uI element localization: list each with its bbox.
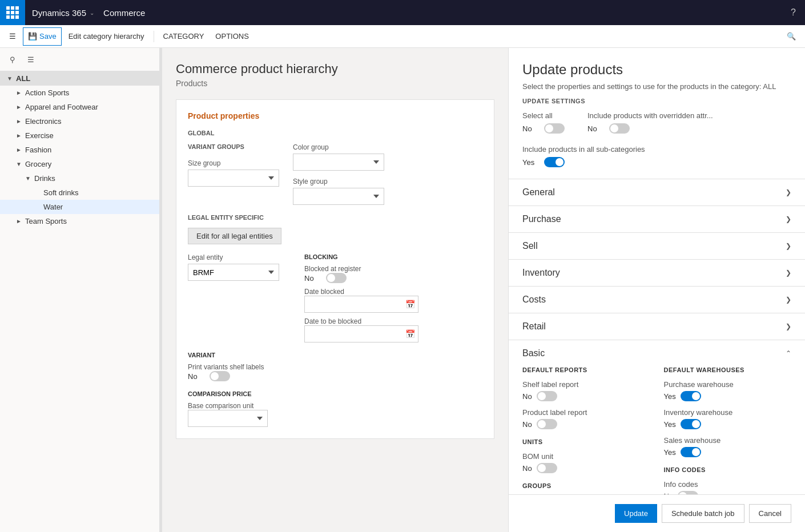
include-subcategories-field: Include products in all sub-categories Y…: [522, 145, 791, 172]
help-button[interactable]: ?: [791, 7, 805, 18]
edit-category-hierarchy-button[interactable]: Edit category hierarchy: [64, 27, 149, 46]
sidebar-item-soft-drinks[interactable]: Soft drinks: [0, 186, 159, 200]
category-label: CATEGORY: [163, 32, 204, 41]
accordion-sell-header[interactable]: Sell ❯: [509, 233, 805, 259]
info-codes-toggle[interactable]: [678, 491, 698, 494]
style-group-select[interactable]: [293, 188, 384, 205]
product-label-report-toggle[interactable]: [537, 419, 557, 429]
dynamics-chevron-icon: ⌄: [90, 10, 94, 16]
schedule-batch-job-button[interactable]: Schedule batch job: [662, 504, 744, 523]
sidebar-item-apparel[interactable]: ► Apparel and Footwear: [0, 100, 159, 114]
hamburger-icon: ☰: [9, 32, 16, 41]
accordion-basic-header[interactable]: Basic ⌃: [509, 340, 805, 366]
accordion-inventory-header[interactable]: Inventory ❯: [509, 260, 805, 286]
expand-icon-btn[interactable]: ☰: [23, 51, 39, 67]
color-group-select[interactable]: [293, 154, 384, 171]
sales-warehouse-track: [681, 447, 701, 457]
bom-unit-toggle[interactable]: [537, 463, 557, 473]
sidebar-water-label: Water: [43, 203, 63, 211]
accordion-inventory-chevron-icon: ❯: [786, 269, 791, 277]
default-reports-label: DEFAULT REPORTS: [522, 366, 650, 373]
size-group-select[interactable]: [188, 170, 279, 187]
filter-icon-btn[interactable]: ⚲: [5, 51, 21, 67]
inventory-warehouse-value: Yes: [664, 420, 676, 429]
groups-label: GROUPS: [522, 482, 650, 489]
info-codes-thumb: [679, 492, 687, 494]
accordion-general-chevron-icon: ❯: [786, 188, 791, 196]
sales-warehouse-toggle[interactable]: [681, 447, 701, 457]
accordion-general-header[interactable]: General ❯: [509, 179, 805, 205]
blocked-at-register-toggle[interactable]: [326, 273, 347, 283]
color-group-label: Color group: [293, 143, 384, 151]
print-variants-label: Print variants shelf labels: [188, 363, 482, 371]
date-blocked-input[interactable]: [304, 296, 418, 313]
accordion-general: General ❯: [509, 179, 805, 206]
save-button[interactable]: 💾 Save: [23, 27, 62, 46]
sidebar-item-action-sports[interactable]: ► Action Sports: [0, 86, 159, 100]
inventory-warehouse-row: Yes: [664, 419, 792, 429]
product-label-track: [537, 419, 557, 429]
inventory-warehouse-field: Inventory warehouse Yes: [664, 408, 792, 429]
hamburger-button[interactable]: ☰: [5, 27, 21, 46]
sidebar-item-water[interactable]: Water: [0, 200, 159, 214]
accordion-sell-label: Sell: [522, 241, 538, 251]
accordion-costs-header[interactable]: Costs ❯: [509, 287, 805, 313]
save-icon: 💾: [28, 32, 37, 41]
base-comparison-label: Base comparison unit: [188, 402, 482, 410]
sidebar-item-exercise[interactable]: ► Exercise: [0, 128, 159, 143]
options-button[interactable]: OPTIONS: [211, 27, 253, 46]
include-overridden-toggle[interactable]: [609, 123, 630, 134]
edit-legal-entities-button[interactable]: Edit for all legal entities: [188, 228, 281, 244]
sidebar-item-electronics[interactable]: ► Electronics: [0, 114, 159, 128]
inventory-warehouse-toggle[interactable]: [681, 419, 701, 429]
sidebar-item-team-sports[interactable]: ► Team Sports: [0, 214, 159, 228]
shelf-label-report-value: No: [522, 392, 532, 401]
bom-unit-track: [537, 463, 557, 473]
print-variants-row: No: [188, 371, 482, 381]
select-all-track: [544, 123, 565, 134]
app-grid-button[interactable]: [0, 0, 25, 25]
shelf-label-track: [537, 391, 557, 401]
date-blocked-label: Date blocked: [304, 288, 418, 296]
color-group-field: Color group Style group: [293, 143, 384, 205]
accordion-purchase-header[interactable]: Purchase ❯: [509, 206, 805, 232]
category-button[interactable]: CATEGORY: [159, 27, 209, 46]
shelf-label-report-toggle[interactable]: [537, 391, 557, 401]
sidebar-item-drinks[interactable]: ▼ Drinks: [0, 171, 159, 186]
sidebar-item-grocery[interactable]: ▼ Grocery: [0, 157, 159, 171]
include-subcategories-toggle[interactable]: [544, 157, 565, 167]
include-overridden-label: Include products with overridden attr...: [587, 111, 713, 120]
cancel-button[interactable]: Cancel: [749, 504, 791, 523]
accordion-purchase-chevron-icon: ❯: [786, 215, 791, 223]
sidebar: ⚲ ☰ ▼ ALL ► Action Sports ► Apparel and …: [0, 48, 160, 532]
date-to-be-blocked-input[interactable]: [304, 325, 418, 342]
update-button[interactable]: Update: [615, 504, 657, 523]
accordion-retail-header[interactable]: Retail ❯: [509, 313, 805, 340]
purchase-warehouse-toggle[interactable]: [681, 391, 701, 401]
dynamics-title[interactable]: Dynamics 365 ⌄: [25, 8, 101, 18]
sidebar-exercise-label: Exercise: [25, 131, 54, 140]
panel-footer: Update Schedule batch job Cancel: [509, 494, 805, 532]
sidebar-item-all[interactable]: ▼ ALL: [0, 71, 159, 86]
variant-label: VARIANT: [188, 352, 482, 358]
basic-right-col: DEFAULT WAREHOUSES Purchase warehouse Ye…: [664, 366, 792, 494]
search-button[interactable]: 🔍: [782, 27, 800, 46]
print-variants-toggle[interactable]: [210, 371, 230, 381]
select-all-toggle[interactable]: [544, 123, 565, 134]
sidebar-all-label: ALL: [16, 74, 30, 83]
sidebar-item-fashion[interactable]: ► Fashion: [0, 143, 159, 157]
sales-warehouse-field: Sales warehouse Yes: [664, 436, 792, 457]
include-subcategories-label: Include products in all sub-categories: [522, 145, 791, 154]
grid-icon: [6, 6, 19, 19]
top-nav: Dynamics 365 ⌄ Commerce ?: [0, 0, 805, 25]
legal-entity-select[interactable]: BRMF: [188, 264, 279, 281]
legal-entity-row: Legal entity BRMF BLOCKING Blocked at re…: [188, 253, 482, 342]
soft-drinks-chevron-icon: [34, 190, 43, 196]
base-comparison-select[interactable]: [188, 410, 268, 427]
sidebar-drinks-label: Drinks: [34, 174, 55, 183]
accordion-inventory-label: Inventory: [522, 268, 560, 278]
size-group-field: VARIANT GROUPS Size group: [188, 143, 279, 205]
dynamics-label: Dynamics 365: [32, 8, 86, 18]
filter-icon: ⚲: [10, 55, 15, 64]
panel-description: Select the properties and settings to us…: [522, 82, 791, 91]
